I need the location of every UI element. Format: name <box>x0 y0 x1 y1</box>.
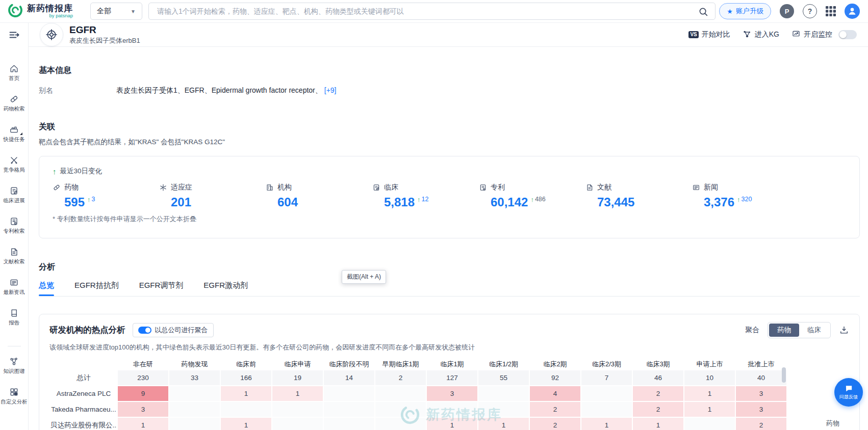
table-cell: 3 <box>736 386 786 401</box>
literature-icon <box>9 247 19 257</box>
sidebar-item-swords[interactable]: 竞争格局 <box>0 155 28 174</box>
clinical-icon <box>372 183 380 192</box>
table-cell <box>324 402 374 417</box>
monitor-toggle[interactable] <box>838 30 857 39</box>
analysis-tabs: 总览EGFR拮抗剂EGFR调节剂EGFR激动剂 <box>39 281 860 297</box>
feedback-button[interactable]: 问题反馈 <box>834 378 863 407</box>
row-label-company[interactable]: Takeda Pharmaceu... <box>50 402 117 417</box>
stat-label: 专利 <box>491 183 505 192</box>
enter-kg-button[interactable]: 进入KG <box>743 30 779 40</box>
stat-label-row: 临床 <box>372 183 479 192</box>
stat-label: 文献 <box>597 183 611 192</box>
stat-label-row: 适应症 <box>159 183 266 192</box>
app-byline: by patsnap <box>49 13 73 18</box>
sidebar-item-label: 文献检索 <box>4 258 25 265</box>
stat-indication: 适应症201 <box>159 183 266 209</box>
group-by-parent-label: 以总公司进行聚合 <box>155 326 208 335</box>
swords-icon <box>9 155 19 165</box>
row-label-company[interactable]: 贝达药业股份有限公... <box>50 418 117 430</box>
sidebar-item-pill[interactable]: 药物检索 <box>0 94 28 113</box>
sidebar-item-patent[interactable]: 专利检索 <box>0 217 28 235</box>
row-label-header <box>50 359 117 369</box>
search-input[interactable] <box>156 7 695 16</box>
sidebar-item-home[interactable]: 首页 <box>0 64 28 82</box>
sidebar-item-report[interactable]: 报告 <box>0 308 28 327</box>
page-subtitle: 表皮生长因子受体erbB1 <box>69 37 140 45</box>
report-icon <box>9 308 19 318</box>
page-title: EGFR <box>69 24 140 36</box>
table-cell <box>324 418 374 430</box>
agg-option-1[interactable]: 临床 <box>799 324 829 337</box>
patsnap-copilot-icon[interactable]: P <box>780 4 794 18</box>
main: EGFR 表皮生长因子受体erbB1 VS 开始对比 进入KG <box>29 23 868 430</box>
help-icon[interactable]: ? <box>803 4 817 18</box>
group-by-parent-toggle[interactable]: 以总公司进行聚合 <box>133 323 214 337</box>
table-cell: 19 <box>272 370 323 385</box>
table-cell <box>375 386 426 401</box>
table-cell <box>375 418 426 430</box>
monitor-button[interactable]: 开启监控 <box>792 30 832 40</box>
sidebar-item-blocks[interactable]: 自定义分析 <box>0 387 28 406</box>
screenshot-tooltip: 截图(Alt + A) <box>342 270 386 284</box>
alias-label: 别名 <box>39 86 116 95</box>
alias-more-link[interactable]: [+9] <box>324 86 337 94</box>
literature-icon <box>585 183 594 192</box>
table-cell: 4 <box>530 386 580 401</box>
table-cell: 2 <box>736 418 786 430</box>
sidebar-item-tasks[interactable]: 快捷任务 <box>0 125 28 143</box>
sidebar-item-clinical[interactable]: 临床进展 <box>0 186 28 204</box>
sidebar-item-label: 临床进展 <box>4 197 25 204</box>
account-upgrade-label: 账户升级 <box>736 7 763 16</box>
stat-delta: ↑486 <box>530 196 545 203</box>
org-icon <box>266 183 274 192</box>
stat-delta: ↑3 <box>87 196 95 203</box>
table-cell: 1 <box>478 418 529 430</box>
column-header: 批准上市 <box>736 359 786 369</box>
tab-0[interactable]: 总览 <box>39 281 54 296</box>
chat-icon <box>845 384 853 393</box>
sidebar-divider <box>8 346 21 346</box>
hotspot-title: 研发机构的热点分析 <box>49 325 125 336</box>
stat-value: 595↑3 <box>64 195 159 209</box>
table-cell: 9 <box>118 386 168 401</box>
sidebar-collapse-button[interactable] <box>8 29 20 41</box>
search-icon[interactable] <box>698 6 709 19</box>
table-cell: 1 <box>118 418 168 430</box>
table-cell: 1 <box>684 386 735 401</box>
sidebar-item-label: 快捷任务 <box>4 136 25 143</box>
app-logo[interactable]: 新药情报库 by patsnap <box>7 2 73 20</box>
recent-change-label: ↑ 最近30日变化 <box>53 167 846 176</box>
agg-option-0[interactable]: 药物 <box>769 324 799 337</box>
sidebar-item-graph[interactable]: 知识图谱 <box>0 357 28 375</box>
hotspot-header: 研发机构的热点分析 以总公司进行聚合 聚合 药物临床 <box>49 324 849 337</box>
table-cell: 1 <box>272 386 323 401</box>
search-category-select[interactable]: 全部 ▼ <box>90 3 142 20</box>
app-title: 新药情报库 <box>27 4 73 13</box>
table-cell: 33 <box>169 370 220 385</box>
sidebar-item-literature[interactable]: 文献检索 <box>0 247 28 265</box>
sidebar-item-news[interactable]: 最新资讯 <box>0 278 28 296</box>
table-cell <box>169 386 220 401</box>
download-icon[interactable] <box>839 325 849 335</box>
alias-row: 别名 表皮生长因子受体1、EGFR、Epidermal growth facto… <box>39 86 860 95</box>
sidebar-item-label: 知识图谱 <box>4 368 25 375</box>
tab-1[interactable]: EGFR拮抗剂 <box>74 281 119 296</box>
apps-grid-icon[interactable] <box>826 6 836 16</box>
hotspot-card: 研发机构的热点分析 以总公司进行聚合 聚合 药物临床 该领域全球研发进度top1… <box>39 314 860 430</box>
aggregation-label: 聚合 <box>745 326 759 335</box>
compare-button[interactable]: VS 开始对比 <box>688 30 730 39</box>
sidebar-nav: 首页药物检索快捷任务竞争格局临床进展专利检索文献检索最新资讯报告知识图谱自定义分… <box>0 64 28 430</box>
user-avatar[interactable] <box>845 4 860 19</box>
table-cell <box>169 418 220 430</box>
table-scrollbar[interactable] <box>782 367 786 383</box>
account-upgrade-button[interactable]: ★ 账户升级 <box>719 3 771 19</box>
row-label-company[interactable]: AstraZeneca PLC <box>50 386 117 401</box>
sidebar-item-label: 专利检索 <box>4 228 25 235</box>
up-arrow-icon: ↑ <box>417 196 421 203</box>
tab-2[interactable]: EGFR调节剂 <box>139 281 184 296</box>
stat-number: 73,445 <box>597 195 634 209</box>
stat-clinical: 临床5,818↑12 <box>372 183 479 209</box>
tab-3[interactable]: EGFR激动剂 <box>203 281 248 296</box>
basic-info-heading: 基本信息 <box>39 65 860 76</box>
news-icon <box>9 278 19 287</box>
